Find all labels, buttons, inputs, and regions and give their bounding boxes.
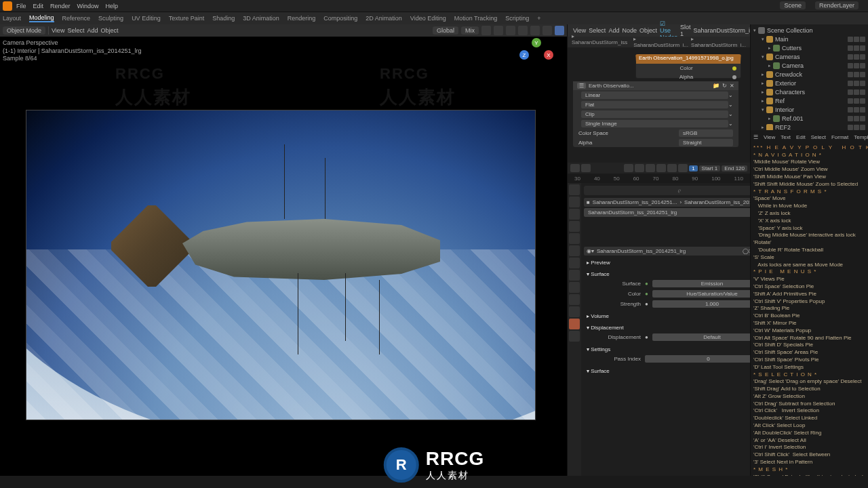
- menu-render[interactable]: Render: [50, 3, 71, 9]
- section-surface[interactable]: ▾ Surface: [584, 270, 774, 279]
- prop-tab-world-icon[interactable]: [569, 233, 580, 244]
- outliner-item[interactable]: ▾Main: [752, 35, 867, 43]
- prop-tab-physics-icon[interactable]: [569, 282, 580, 293]
- te-menu-edit[interactable]: Edit: [796, 134, 806, 142]
- te-menu-text[interactable]: Text: [781, 134, 791, 142]
- tab-motiontracking[interactable]: Motion Tracking: [454, 15, 498, 22]
- play-icon[interactable]: [656, 164, 666, 172]
- prop-tab-modifier-icon[interactable]: [569, 258, 580, 268]
- xray-icon[interactable]: [506, 26, 515, 35]
- tab-videoediting[interactable]: Video Editing: [410, 15, 446, 22]
- outliner-item[interactable]: ▸Ref: [752, 96, 867, 105]
- viewport-menu-view[interactable]: View: [52, 27, 64, 34]
- play-rev-icon[interactable]: [646, 164, 655, 172]
- timeline-type-icon[interactable]: [570, 164, 580, 172]
- viewport-3d[interactable]: Object Mode View Select Add Object Globa…: [0, 24, 567, 476]
- scene-dropdown[interactable]: Scene: [780, 1, 806, 9]
- projection-dropdown[interactable]: Flat: [581, 101, 728, 108]
- viewport-menu-add[interactable]: Add: [87, 27, 98, 34]
- next-key-icon[interactable]: [667, 164, 677, 172]
- te-menu-view[interactable]: View: [764, 134, 775, 142]
- tab-scripting[interactable]: Scripting: [505, 15, 529, 22]
- te-menu-format[interactable]: Format: [831, 134, 848, 142]
- shading-matprev-icon[interactable]: [542, 26, 552, 35]
- crumb-2[interactable]: ▸ SaharanDustStorm_i...: [633, 36, 688, 48]
- outliner-item[interactable]: ▸REF2: [752, 123, 867, 130]
- outliner-item[interactable]: ▸Crewdock: [752, 70, 867, 79]
- shading-rendered-icon[interactable]: [555, 26, 564, 35]
- prev-key-icon[interactable]: [635, 164, 644, 172]
- image-node[interactable]: Earth Observation_14991571998_o.jpg Colo…: [635, 54, 741, 79]
- image-texture-node[interactable]: ☰Earth Observatio...📁↻✕ Linear⌄ Flat⌄ Cl…: [573, 81, 738, 147]
- properties-breadcrumb[interactable]: ■ SaharanDustStorm_iss_2014251... › Saha…: [584, 198, 774, 207]
- material-datablock[interactable]: ◉▾ SaharanDustStorm_iss_2014251_lrg ◯□ ✕…: [584, 247, 774, 256]
- overlay-icon[interactable]: [494, 26, 503, 35]
- outliner-item[interactable]: ▾Cameras: [752, 52, 867, 61]
- tab-layout[interactable]: Layout: [3, 15, 21, 22]
- section-settings[interactable]: ▾ Settings: [584, 345, 774, 354]
- outliner-item[interactable]: ▸Ref.001: [752, 114, 867, 123]
- menu-file[interactable]: File: [16, 3, 26, 9]
- tab-3danim[interactable]: 3D Animation: [243, 15, 279, 22]
- tab-modeling[interactable]: Modeling: [29, 14, 54, 22]
- outliner-item[interactable]: ▸Exterior: [752, 79, 867, 87]
- tab-2danim[interactable]: 2D Animation: [366, 15, 402, 22]
- colorspace-dropdown[interactable]: sRGB: [679, 129, 733, 137]
- prop-tab-data-icon[interactable]: [569, 306, 580, 317]
- tab-rendering[interactable]: Rendering: [288, 15, 316, 22]
- prop-tab-object-icon[interactable]: [569, 245, 580, 256]
- section-preview[interactable]: ▸ Preview: [584, 258, 774, 267]
- prop-tab-render-icon[interactable]: [569, 184, 580, 195]
- mode-dropdown[interactable]: Object Mode: [3, 26, 45, 35]
- outliner[interactable]: ▾Scene Collection ▾Main▸Cutters▾Cameras▸…: [751, 24, 868, 130]
- material-name-input[interactable]: SaharanDustStorm_iss_2014251_lrg: [584, 208, 774, 217]
- shader-type-dropdown[interactable]: Object: [639, 27, 657, 34]
- viewlayer-dropdown[interactable]: RenderLayer: [815, 1, 859, 9]
- prop-tab-texture-icon[interactable]: [569, 331, 580, 342]
- prop-tab-particles-icon[interactable]: [569, 270, 580, 281]
- extension-dropdown[interactable]: Clip: [581, 110, 728, 118]
- slot-dropdown[interactable]: Slot 1: [680, 24, 691, 37]
- folder-icon[interactable]: 📁: [713, 83, 719, 89]
- orientation-dropdown[interactable]: Global: [433, 26, 458, 35]
- prop-tab-constraint-icon[interactable]: [569, 294, 580, 305]
- tab-sculpting[interactable]: Sculpting: [98, 15, 123, 22]
- te-menu-templates[interactable]: Templates: [854, 134, 868, 142]
- outliner-item[interactable]: ▸Characters: [752, 87, 867, 96]
- app-logo-icon[interactable]: [3, 1, 12, 11]
- section-surface-2[interactable]: ▾ Surface: [584, 367, 774, 375]
- current-frame-input[interactable]: 1: [689, 165, 697, 171]
- close-icon[interactable]: ✕: [730, 83, 734, 89]
- axis-z-icon[interactable]: Z: [519, 50, 529, 60]
- axis-y-icon[interactable]: Y: [532, 38, 541, 47]
- section-volume[interactable]: ▸ Volume: [584, 312, 774, 321]
- viewport-menu-select[interactable]: Select: [67, 27, 84, 34]
- tab-texturepaint[interactable]: Texture Paint: [169, 15, 205, 22]
- menu-help[interactable]: Help: [106, 3, 119, 9]
- nav-gizmo[interactable]: X Y Z: [519, 38, 553, 72]
- prop-tab-scene-icon[interactable]: [569, 221, 580, 232]
- node-editor-canvas[interactable]: Earth Observation_14991571998_o.jpg Colo…: [568, 47, 750, 163]
- text-editor[interactable]: ☰ View Text Edit Select Format Templates…: [751, 130, 868, 476]
- viewport-menu-object[interactable]: Object: [100, 27, 118, 34]
- alpha-dropdown[interactable]: Straight: [679, 139, 733, 146]
- shading-solid-icon[interactable]: [530, 26, 540, 35]
- reload-icon[interactable]: ↻: [722, 83, 727, 89]
- tab-add[interactable]: +: [537, 15, 540, 22]
- crumb-3[interactable]: ▸ SaharanDustStorm_i...: [691, 36, 746, 48]
- prop-tab-output-icon[interactable]: [569, 197, 580, 207]
- properties-search-input[interactable]: 𝜌: [584, 186, 774, 195]
- snap-dropdown[interactable]: Mix: [461, 26, 479, 35]
- prop-tab-viewlayer-icon[interactable]: [569, 209, 580, 220]
- tab-compositing[interactable]: Compositing: [323, 15, 357, 22]
- prop-tab-material-icon[interactable]: [569, 319, 580, 329]
- jump-start-icon[interactable]: [624, 164, 633, 172]
- outliner-item[interactable]: ▾Interior: [752, 105, 867, 114]
- tab-shading[interactable]: Shading: [212, 15, 235, 22]
- end-frame-input[interactable]: End 120: [722, 165, 747, 171]
- text-editor-content[interactable]: *** H E A V Y P O L Y H O T K E Y S ****…: [753, 144, 865, 476]
- axis-x-icon[interactable]: X: [544, 50, 553, 60]
- outliner-item[interactable]: ▸Camera: [752, 61, 867, 70]
- menu-window[interactable]: Window: [77, 3, 99, 9]
- jump-end-icon[interactable]: [678, 164, 688, 172]
